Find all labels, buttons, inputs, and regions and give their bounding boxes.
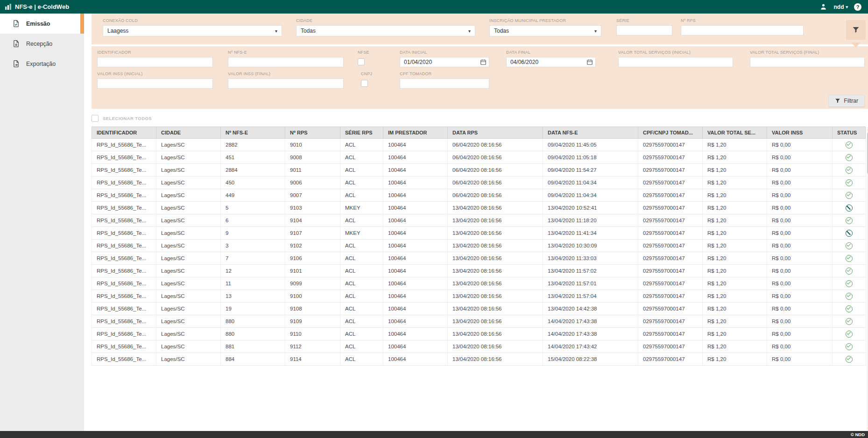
column-header[interactable]: IM PRESTADOR xyxy=(383,127,448,139)
cell-nfse: 880 xyxy=(221,328,285,340)
cell-valor_inss: R$ 0,00 xyxy=(767,177,833,189)
user-icon[interactable] xyxy=(819,3,827,11)
valor-inss-final-input[interactable] xyxy=(228,78,344,89)
select-value: Todas xyxy=(494,28,509,34)
sidebar-item-exportacao[interactable]: Exportação xyxy=(0,54,84,74)
cell-valor_inss: R$ 0,00 xyxy=(767,315,833,328)
n-nfse-input[interactable] xyxy=(228,57,344,67)
status-success-icon xyxy=(846,141,853,148)
table-row[interactable]: RPS_Id_55686_Te...Lages/SC28849011ACL100… xyxy=(92,164,866,177)
table-row[interactable]: RPS_Id_55686_Te...Lages/SC8849114ACL1004… xyxy=(92,353,866,366)
cell-data_nfse: 13/04/2020 11:33:03 xyxy=(543,252,638,265)
sidebar-item-emissao[interactable]: Emissão xyxy=(0,14,84,34)
filter-toggle-button[interactable] xyxy=(846,20,866,40)
table-row[interactable]: RPS_Id_55686_Te...Lages/SC8809109ACL1004… xyxy=(92,315,866,328)
cell-serie: ACL xyxy=(340,315,383,328)
cnpj-checkbox[interactable] xyxy=(361,80,368,87)
cell-cpf: 02975597000147 xyxy=(638,202,703,214)
table-row[interactable]: RPS_Id_55686_Te...Lages/SC139100ACL10046… xyxy=(92,290,866,303)
conexao-cold-select[interactable]: Laagess ▾ xyxy=(103,25,282,36)
table-row[interactable]: RPS_Id_55686_Te...Lages/SC4499007ACL1004… xyxy=(92,189,866,202)
table-row[interactable]: RPS_Id_55686_Te...Lages/SC4519008ACL1004… xyxy=(92,151,866,164)
field-label: Nº NFS-E xyxy=(228,50,344,55)
main-content: CONEXÃO COLD Laagess ▾ CIDADE Todas ▾ IN… xyxy=(84,14,868,431)
column-header[interactable]: VALOR TOTAL SE... xyxy=(703,127,767,139)
help-icon[interactable]: ? xyxy=(854,3,861,11)
cell-id: RPS_Id_55686_Te... xyxy=(92,164,156,177)
cell-rps: 9011 xyxy=(285,164,340,177)
cell-status xyxy=(833,353,866,366)
table-row[interactable]: RPS_Id_55686_Te...Lages/SC129101ACL10046… xyxy=(92,265,866,277)
cell-id: RPS_Id_55686_Te... xyxy=(92,214,156,227)
filtrar-button[interactable]: Filtrar xyxy=(828,95,865,107)
cell-valor_servicos: R$ 1,20 xyxy=(703,277,767,290)
cell-cpf: 02975597000147 xyxy=(638,340,703,353)
table-row[interactable]: RPS_Id_55686_Te...Lages/SC4509006ACL1004… xyxy=(92,177,866,189)
cell-serie: ACL xyxy=(340,214,383,227)
select-all-checkbox[interactable] xyxy=(92,115,99,122)
valor-inss-inicial-input[interactable] xyxy=(97,78,213,89)
table-row[interactable]: RPS_Id_55686_Te...Lages/SC8819112ACL1004… xyxy=(92,340,866,353)
cell-cidade: Lages/SC xyxy=(156,151,221,164)
cell-valor_servicos: R$ 1,20 xyxy=(703,214,767,227)
cell-cpf: 02975597000147 xyxy=(638,315,703,328)
inscricao-municipal-select[interactable]: Todas ▾ xyxy=(489,25,601,36)
column-header[interactable]: CIDADE xyxy=(156,127,221,139)
cell-id: RPS_Id_55686_Te... xyxy=(92,303,156,315)
user-menu[interactable]: ndd ▾ xyxy=(833,4,848,10)
cell-data_rps: 13/04/2020 08:16:56 xyxy=(448,328,543,340)
cell-id: RPS_Id_55686_Te... xyxy=(92,227,156,240)
serie-input[interactable] xyxy=(616,25,672,35)
cell-data_rps: 13/04/2020 08:16:56 xyxy=(448,202,543,214)
sidebar-item-recepcao[interactable]: Recepção xyxy=(0,34,84,54)
cell-serie: ACL xyxy=(340,177,383,189)
cell-valor_servicos: R$ 1,20 xyxy=(703,227,767,240)
user-name: ndd xyxy=(833,4,844,10)
table-row[interactable]: RPS_Id_55686_Te...Lages/SC39102ACL100464… xyxy=(92,240,866,252)
table-row[interactable]: RPS_Id_55686_Te...Lages/SC199108ACL10046… xyxy=(92,303,866,315)
table-row[interactable]: RPS_Id_55686_Te...Lages/SC99107MKEY10046… xyxy=(92,227,866,240)
field-label: INSCRIÇÃO MUNICIPAL PRESTADOR xyxy=(489,18,601,23)
column-header[interactable]: Nº NFS-E xyxy=(221,127,285,139)
table-row[interactable]: RPS_Id_55686_Te...Lages/SC79106ACL100464… xyxy=(92,252,866,265)
status-cancelled-icon xyxy=(846,230,853,237)
identificador-input[interactable] xyxy=(97,57,213,67)
cell-cpf: 02975597000147 xyxy=(638,240,703,252)
cell-nfse: 13 xyxy=(221,290,285,303)
table-row[interactable]: RPS_Id_55686_Te...Lages/SC119099ACL10046… xyxy=(92,277,866,290)
valor-total-servicos-final-input[interactable] xyxy=(750,57,865,67)
table-row[interactable]: RPS_Id_55686_Te...Lages/SC59103MKEY10046… xyxy=(92,202,866,214)
table-row[interactable]: RPS_Id_55686_Te...Lages/SC28829010ACL100… xyxy=(92,139,866,151)
cell-serie: ACL xyxy=(340,353,383,366)
cidade-select[interactable]: Todas ▾ xyxy=(296,25,475,36)
valor-total-servicos-inicial-input[interactable] xyxy=(618,57,733,67)
data-inicial-input[interactable] xyxy=(400,57,489,67)
column-header[interactable]: DATA NFS-E xyxy=(543,127,638,139)
column-header[interactable]: VALOR INSS xyxy=(767,127,833,139)
cell-cpf: 02975597000147 xyxy=(638,303,703,315)
column-header[interactable]: CPF/CNPJ TOMAD... xyxy=(638,127,703,139)
cell-cpf: 02975597000147 xyxy=(638,227,703,240)
column-header[interactable]: DATA RPS xyxy=(448,127,543,139)
status-success-icon xyxy=(846,154,853,161)
cell-rps: 9101 xyxy=(285,265,340,277)
nfse-checkbox[interactable] xyxy=(358,58,365,65)
cell-cpf: 02975597000147 xyxy=(638,353,703,366)
n-rps-input[interactable] xyxy=(681,25,804,35)
column-header[interactable]: SÉRIE RPS xyxy=(340,127,383,139)
cell-id: RPS_Id_55686_Te... xyxy=(92,202,156,214)
table-row[interactable]: RPS_Id_55686_Te...Lages/SC8809110ACL1004… xyxy=(92,328,866,340)
data-final-input[interactable] xyxy=(506,57,596,67)
column-header[interactable]: STATUS xyxy=(833,127,866,139)
status-success-icon xyxy=(846,331,853,338)
column-header[interactable]: Nº RPS xyxy=(285,127,340,139)
cell-nfse: 2884 xyxy=(221,164,285,177)
cell-data_rps: 13/04/2020 08:16:56 xyxy=(448,277,543,290)
column-header[interactable]: IDENTIFICADOR xyxy=(92,127,156,139)
cell-rps: 9112 xyxy=(285,340,340,353)
cell-serie: ACL xyxy=(340,252,383,265)
table-row[interactable]: RPS_Id_55686_Te...Lages/SC69104ACL100464… xyxy=(92,214,866,227)
cpf-tomador-input[interactable] xyxy=(400,78,489,89)
cell-status xyxy=(833,227,866,240)
cell-id: RPS_Id_55686_Te... xyxy=(92,290,156,303)
